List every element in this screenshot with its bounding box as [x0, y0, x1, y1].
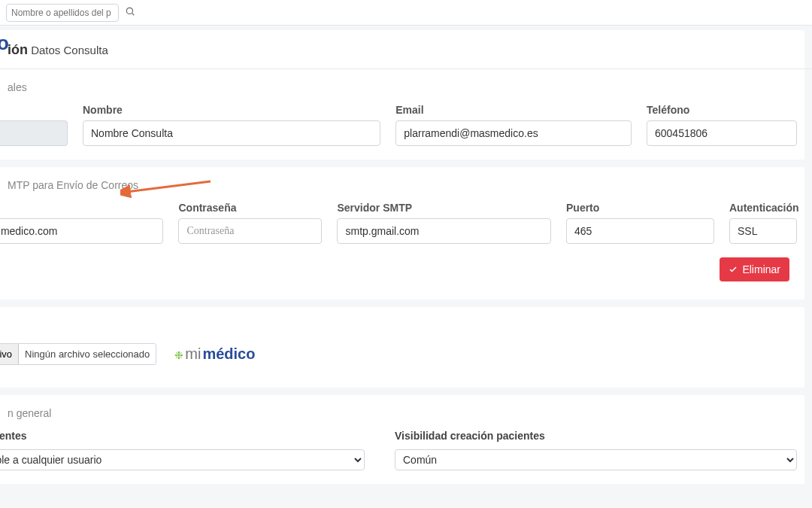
label-contrasena: Contraseña: [178, 202, 322, 214]
search-icon: [125, 6, 135, 17]
input-smtp-user[interactable]: [0, 218, 163, 244]
label-puerto: Puerto: [566, 202, 714, 214]
input-servidor[interactable]: [337, 218, 551, 244]
select-visibilidad[interactable]: Común: [395, 449, 797, 470]
check-icon: [729, 265, 738, 274]
label-te: te: [0, 104, 68, 116]
input-autenticacion[interactable]: [729, 218, 797, 244]
logo-fragment: o: [0, 32, 9, 55]
label-telefono: Teléfono: [647, 104, 797, 116]
section-heading-smtp: MTP para Envío de Correos: [8, 173, 797, 202]
section-heading-general: ales: [8, 75, 797, 104]
label-autenticacion: Autenticación: [729, 202, 797, 214]
label-smtp-user: [0, 202, 163, 214]
input-email[interactable]: [395, 120, 632, 146]
label-email: Email: [395, 104, 632, 116]
file-status-text: Ningún archivo seleccionado: [19, 344, 156, 364]
page-title: ión Datos Consulta: [8, 30, 804, 68]
input-te[interactable]: [0, 120, 68, 146]
svg-point-0: [126, 8, 132, 14]
input-puerto[interactable]: [566, 218, 714, 244]
search-input[interactable]: [6, 4, 119, 22]
label-visibilidad: Visibilidad creación pacientes: [395, 430, 797, 442]
input-nombre[interactable]: [83, 120, 380, 146]
leaf-icon: ❉: [174, 349, 183, 361]
select-asign-pacientes[interactable]: signable a cualquier usuario: [0, 449, 365, 470]
label-asign-pacientes: ón pacientes: [0, 430, 365, 442]
input-telefono[interactable]: [647, 120, 797, 146]
section-heading-conf: n general: [8, 401, 797, 430]
topbar: [0, 0, 812, 26]
eliminar-button[interactable]: Eliminar: [720, 257, 789, 281]
brand-logo: ❉ mimédico: [174, 345, 255, 363]
label-nombre: Nombre: [83, 104, 380, 116]
label-servidor: Servidor SMTP: [337, 202, 551, 214]
input-contrasena[interactable]: [178, 218, 322, 244]
svg-line-1: [132, 14, 135, 16]
file-picker[interactable]: ar archivo Ningún archivo seleccionado: [0, 343, 156, 365]
search-button[interactable]: [123, 5, 137, 20]
file-choose-button[interactable]: ar archivo: [0, 344, 19, 364]
